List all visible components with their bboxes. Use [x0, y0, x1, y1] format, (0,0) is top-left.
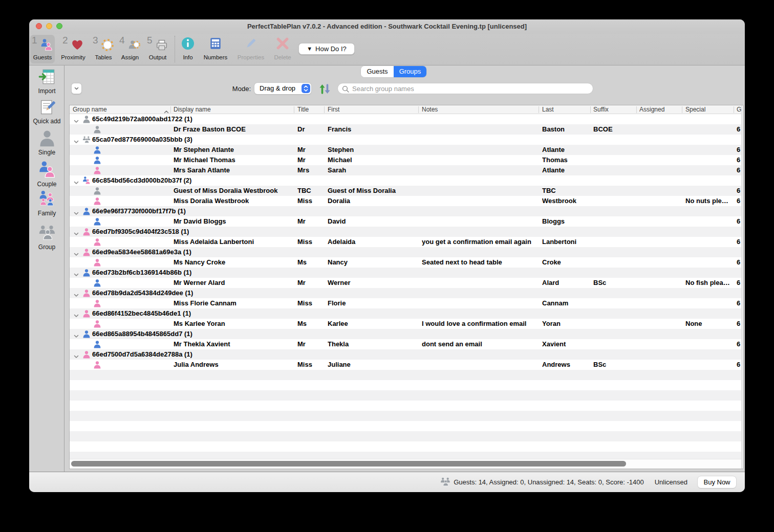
person-pink-icon [93, 320, 101, 330]
cell-display-name: Dr Fraze Baston BCOE [174, 125, 291, 133]
cell-display-name: Mr Thekla Xavient [174, 340, 291, 348]
toolbar-item-output[interactable]: 5 Output [141, 35, 174, 63]
cell-last: TBC [542, 187, 589, 194]
sidebar-item-label: Single [29, 149, 64, 156]
cell-last: Andrews [542, 361, 589, 368]
family-icon [29, 190, 64, 210]
group-row[interactable]: 66ed865a88954b4845865dd7 (1) [70, 329, 743, 339]
sidebar-item-family[interactable]: Family [29, 190, 64, 217]
sort-order-icon[interactable] [318, 82, 332, 98]
cell-first: Stephen [328, 146, 418, 153]
guest-row[interactable]: Julia AndrewsMissJulianeAndrewsBSc6 [70, 360, 743, 370]
guest-row[interactable]: Mr David BloggsMrDavidBloggs6 [70, 216, 743, 227]
sidebar-item-label: Couple [29, 181, 64, 188]
toolbar-step-number: 4 [119, 35, 125, 46]
guest-row[interactable]: Guest of Miss Doralia WestbrookTBCGuest … [70, 186, 743, 196]
tab-groups[interactable]: Groups [394, 66, 426, 77]
sidebar-item-label: Group [29, 243, 64, 251]
cell-display-name: Mrs Sarah Atlante [174, 166, 291, 174]
cell-title: Miss [297, 238, 324, 246]
cell-suffix: BCOE [593, 125, 635, 133]
sidebar-item-couple[interactable]: Couple [29, 161, 64, 188]
column-header-last[interactable]: Last [542, 106, 589, 113]
cell-title: Miss [297, 197, 324, 205]
cell-display-name: Miss Adelaida Lanbertoni [174, 238, 291, 246]
group-row[interactable]: 66ed86f4152bec4845b46de1 (1) [70, 308, 743, 319]
status-bar: Guests: 14, Assigned: 0, Unassigned: 14,… [29, 472, 745, 492]
group-row[interactable]: 66ed78b9da2d54384d249dee (1) [70, 288, 743, 298]
group-row[interactable]: 65c49d219b72a8000abd1722 (1) [70, 114, 743, 124]
sidebar-item-import[interactable]: Import [29, 68, 64, 95]
header-separator [734, 106, 734, 113]
person-pink-icon [93, 361, 101, 371]
sidebar-item-quick-add[interactable]: Quick add [29, 98, 64, 125]
mode-popup[interactable]: Drag & drop [254, 83, 311, 94]
group-row[interactable]: 66ed73b2bf6cb1369144b86b (1) [70, 268, 743, 278]
scrollbar-thumb[interactable] [71, 461, 626, 467]
column-header-assigned[interactable]: Assigned [639, 106, 680, 113]
group-row[interactable]: 66e9e96f37730f000bf17f7b (1) [70, 206, 743, 216]
person-gray-icon [29, 129, 64, 149]
toolbar-item-numbers[interactable]: Numbers [199, 35, 232, 63]
content-pane: GuestsGroups Mode: Drag & drop Search gr… [65, 65, 745, 472]
guest-row[interactable]: Mr Werner AlardMrWernerAlardBScNo fish p… [70, 278, 743, 288]
mode-label: Mode: [210, 85, 251, 93]
sidebar-item-single[interactable]: Single [29, 129, 64, 156]
person-pink-icon [93, 258, 101, 269]
group-name: 66ed865a88954b4845865dd7 (1) [92, 330, 192, 338]
group-name: 66c854bd56cd3d000b20b37f (2) [92, 176, 191, 184]
disclosure-button[interactable] [71, 83, 82, 94]
header-separator [539, 106, 539, 113]
info-icon [177, 37, 199, 53]
cell-special: None [685, 320, 735, 327]
guest-row[interactable]: Miss Doralia WestbrookMissDoraliaWestbro… [70, 196, 743, 206]
group-row[interactable]: 65ca07ed877669000a035bbb (3) [70, 135, 743, 145]
cell-last: Yoran [542, 320, 589, 327]
guest-row[interactable]: Mr Michael ThomasMrMichaelThomas6 [70, 155, 743, 165]
sidebar-item-group[interactable]: Group [29, 224, 64, 251]
column-header-display-name[interactable]: Display name [174, 106, 291, 113]
guest-row[interactable]: Dr Fraze Baston BCOEDrFrancisBastonBCOE6 [70, 124, 743, 135]
cell-last: Atlante [542, 146, 589, 153]
group-row[interactable]: 66ed7bf9305c9d404f23c518 (1) [70, 227, 743, 237]
column-header-title[interactable]: Title [297, 106, 323, 113]
guest-row[interactable]: Ms Karlee YoranMsKarleeI would love a co… [70, 319, 743, 329]
cell-title: Mr [297, 146, 324, 153]
cell-first: Thekla [328, 340, 418, 348]
sidebar: Import Quick addSingle Couple Family Gro… [29, 65, 64, 472]
guest-row[interactable]: Mrs Sarah AtlanteMrsSarahAtlante6 [70, 165, 743, 175]
column-header-special[interactable]: Special [685, 106, 735, 113]
tab-guests[interactable]: Guests [361, 66, 394, 77]
toolbar-item-proximity[interactable]: 2Proximity [57, 35, 90, 63]
column-header-first[interactable]: First [328, 106, 418, 113]
guest-row[interactable]: Ms Nancy CrokeMsNancySeated next to head… [70, 257, 743, 268]
column-header-suffix[interactable]: Suffix [593, 106, 635, 113]
guest-row[interactable]: Miss Adelaida LanbertoniMissAdelaidayou … [70, 237, 743, 247]
cell-display-name: Mr Werner Alard [174, 279, 291, 286]
buy-now-button[interactable]: Buy Now [698, 476, 736, 488]
person-blue-icon [93, 279, 101, 289]
guest-row[interactable]: Miss Florie CannamMissFlorieCannam6 [70, 298, 743, 308]
person-gray-icon [82, 115, 91, 125]
how-do-i-button[interactable]: ▼How Do I? [298, 43, 355, 55]
cell-title: Miss [297, 361, 324, 368]
main-area: Import Quick addSingle Couple Family Gro… [29, 65, 745, 472]
cell-first: Karlee [328, 320, 418, 327]
guest-row[interactable]: Mr Stephen AtlanteMrStephenAtlante6 [70, 145, 743, 155]
popup-stepper-icon [302, 84, 310, 93]
group-name: 66ed86f4152bec4845b46de1 (1) [92, 309, 191, 317]
horizontal-scrollbar[interactable] [70, 459, 742, 468]
cell-display-name: Mr Michael Thomas [174, 156, 291, 164]
column-header-group-name[interactable]: Group name [73, 106, 163, 113]
group-row[interactable]: 66ed9ea5834ee58681a69e3a (1) [70, 247, 743, 257]
group-row[interactable]: 66c854bd56cd3d000b20b37f (2) [70, 175, 743, 186]
search-input[interactable]: Search group names [337, 83, 593, 94]
column-header-notes[interactable]: Notes [422, 106, 538, 113]
person-pink-icon [82, 289, 91, 299]
person-pink-icon [82, 309, 91, 320]
chevron-down-icon [72, 83, 81, 94]
guest-row[interactable]: Mr Thekla XavientMrThekladont send an em… [70, 339, 743, 349]
cell-title: Mrs [297, 166, 324, 174]
toolbar-item-guests[interactable]: 1 Guests [29, 35, 59, 63]
group-row[interactable]: 66ed7500d7d5a6384de2788a (1) [70, 349, 743, 360]
